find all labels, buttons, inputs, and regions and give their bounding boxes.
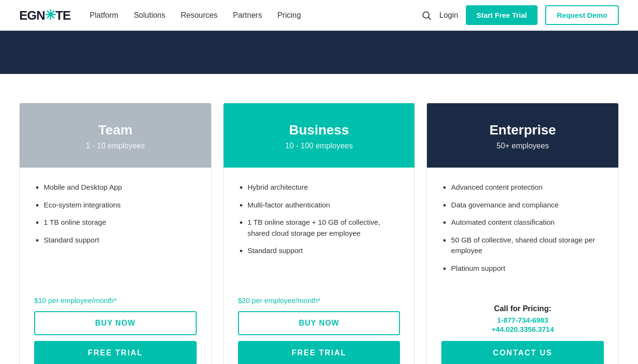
list-item: Data governance and compliance bbox=[451, 200, 604, 211]
enterprise-plan-name: Enterprise bbox=[437, 122, 609, 138]
team-buy-now-button[interactable]: BUY NOW bbox=[34, 311, 197, 335]
business-price: $20 per employee/month* bbox=[238, 296, 400, 304]
search-icon bbox=[421, 10, 432, 21]
list-item: 1 TB online storage + 10 GB of collectiv… bbox=[248, 217, 400, 239]
business-header: Business 10 - 100 employees bbox=[224, 103, 415, 168]
business-card-body: Hybrid architecture Multi-factor authent… bbox=[224, 168, 415, 364]
enterprise-header: Enterprise 50+ employees bbox=[427, 103, 618, 168]
list-item: Platinum support bbox=[451, 263, 604, 274]
team-card-body: Mobile and Desktop App Eco-system integr… bbox=[20, 168, 211, 364]
list-item: Multi-factor authentication bbox=[248, 200, 400, 211]
svg-point-0 bbox=[423, 12, 429, 18]
start-free-trial-button[interactable]: Start Free Trial bbox=[466, 5, 538, 25]
svg-line-1 bbox=[428, 17, 431, 20]
team-plan-name: Team bbox=[29, 122, 201, 138]
team-price: $10 per employee/month* bbox=[34, 296, 197, 304]
enterprise-features-list: Advanced content protection Data governa… bbox=[441, 182, 604, 280]
nav-solutions[interactable]: Solutions bbox=[134, 11, 165, 20]
enterprise-plan-sub: 50+ employees bbox=[437, 142, 609, 150]
nav-actions: Login Start Free Trial Request Demo bbox=[421, 5, 619, 25]
business-plan-sub: 10 - 100 employees bbox=[233, 142, 405, 150]
team-card: Team 1 - 10 employees Mobile and Desktop… bbox=[19, 103, 212, 364]
logo-text: EGN✳TE bbox=[19, 7, 71, 23]
hero-banner bbox=[0, 31, 638, 74]
list-item: 1 TB online storage bbox=[44, 217, 197, 228]
call-for-pricing: Call for Pricing: 1-877-734-6983 +44.020… bbox=[441, 304, 604, 334]
list-item: Automated content classification bbox=[451, 217, 604, 228]
list-item: Hybrid architecture bbox=[248, 182, 400, 193]
team-free-trial-button[interactable]: FREE TRIAL bbox=[34, 341, 197, 364]
pricing-section: Team 1 - 10 employees Mobile and Desktop… bbox=[0, 74, 638, 364]
list-item: Advanced content protection bbox=[451, 182, 604, 193]
logo: EGN✳TE bbox=[19, 7, 71, 23]
nav-links: Platform Solutions Resources Partners Pr… bbox=[90, 11, 421, 20]
team-plan-sub: 1 - 10 employees bbox=[29, 142, 201, 150]
nav-resources[interactable]: Resources bbox=[181, 11, 217, 20]
list-item: Mobile and Desktop App bbox=[44, 182, 197, 193]
enterprise-card: Enterprise 50+ employees Advanced conten… bbox=[426, 103, 619, 364]
list-item: Eco-system integrations bbox=[44, 200, 197, 211]
nav-pricing[interactable]: Pricing bbox=[277, 11, 301, 20]
business-card: Business 10 - 100 employees Hybrid archi… bbox=[223, 103, 415, 364]
pricing-cards: Team 1 - 10 employees Mobile and Desktop… bbox=[19, 103, 619, 364]
nav-platform[interactable]: Platform bbox=[90, 11, 119, 20]
nav-partners[interactable]: Partners bbox=[233, 11, 262, 20]
list-item: 50 GB of collective, shared cloud storag… bbox=[451, 235, 604, 256]
list-item: Standard support bbox=[248, 245, 400, 256]
business-features-list: Hybrid architecture Multi-factor authent… bbox=[238, 182, 400, 282]
team-features-list: Mobile and Desktop App Eco-system integr… bbox=[34, 182, 197, 282]
list-item: Standard support bbox=[44, 235, 197, 246]
navbar: EGN✳TE Platform Solutions Resources Part… bbox=[0, 0, 638, 31]
enterprise-card-body: Advanced content protection Data governa… bbox=[427, 168, 618, 364]
login-link[interactable]: Login bbox=[439, 11, 458, 20]
business-plan-name: Business bbox=[233, 122, 405, 138]
call-pricing-label: Call for Pricing: bbox=[441, 304, 604, 313]
phone-number-2[interactable]: +44.020.3356.3714 bbox=[441, 325, 604, 333]
logo-asterisk: ✳ bbox=[45, 8, 55, 23]
search-button[interactable] bbox=[421, 10, 432, 21]
enterprise-contact-us-button[interactable]: CONTACT US bbox=[441, 341, 604, 364]
phone-number-1[interactable]: 1-877-734-6983 bbox=[441, 316, 604, 324]
business-free-trial-button[interactable]: FREE TRIAL bbox=[238, 341, 400, 364]
business-buy-now-button[interactable]: BUY NOW bbox=[238, 311, 400, 335]
team-header: Team 1 - 10 employees bbox=[20, 103, 211, 168]
request-demo-button[interactable]: Request Demo bbox=[545, 5, 619, 25]
